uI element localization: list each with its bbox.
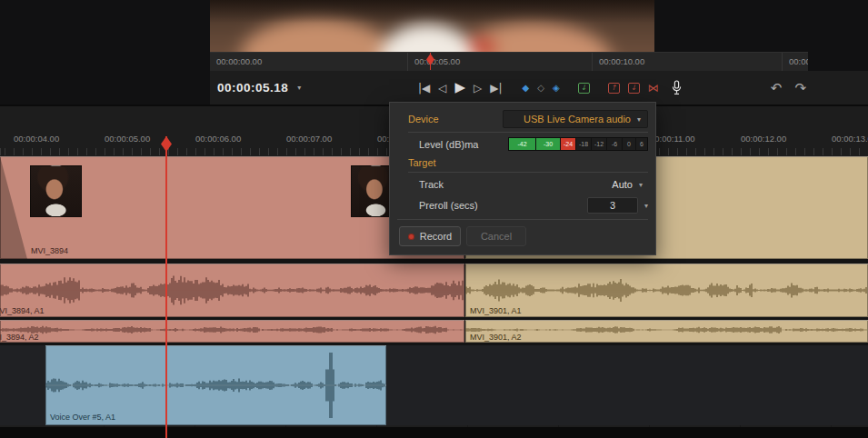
clip-label: MVI_3901, A1 bbox=[470, 306, 522, 315]
timeline-scrollbar-track[interactable] bbox=[0, 427, 868, 438]
popup-divider bbox=[408, 172, 648, 173]
meter-tick: -24 bbox=[561, 138, 576, 150]
chevron-down-icon: ▾ bbox=[637, 115, 641, 124]
keyframe-prev-icon[interactable]: ◆ bbox=[523, 84, 530, 93]
ruler-label: 00:00:06.00 bbox=[195, 134, 241, 144]
track-label: Track bbox=[419, 179, 444, 190]
close-up-icon[interactable]: ⋈ bbox=[648, 82, 659, 95]
step-back-button[interactable]: ◁ bbox=[438, 83, 446, 94]
meter-tick: -6 bbox=[607, 138, 623, 150]
meter-tick: 6 bbox=[636, 138, 647, 150]
step-forward-button[interactable]: ▷ bbox=[474, 83, 482, 94]
meter-tick: -30 bbox=[536, 138, 561, 150]
audio-clip-mvi3901-a1[interactable]: MVI_3901, A1 bbox=[465, 264, 868, 317]
device-dropdown[interactable]: USB Live Camera audio ▾ bbox=[503, 110, 648, 128]
popup-divider bbox=[408, 132, 648, 133]
redo-button[interactable]: ↷ bbox=[794, 80, 806, 96]
viewer-ruler-label: 00:00:05.00 bbox=[407, 53, 592, 72]
skip-end-button[interactable]: ▶| bbox=[490, 83, 502, 94]
ruler-label: 00:00:11.00 bbox=[650, 134, 694, 144]
meter-tick: -18 bbox=[576, 138, 592, 150]
voiceover-record-popup: Device USB Live Camera audio ▾ Level (dB… bbox=[389, 102, 656, 255]
audio-waveform bbox=[0, 264, 464, 317]
ruler-label: 00:00:12.00 bbox=[741, 134, 786, 144]
chevron-down-icon: ▾ bbox=[639, 181, 643, 189]
track-dropdown-value: Auto bbox=[612, 179, 633, 190]
down-arrow-glyph: ↓ bbox=[631, 85, 637, 92]
record-dot-icon bbox=[408, 234, 414, 240]
viewer-vignette bbox=[210, 0, 654, 52]
record-button-label: Record bbox=[420, 231, 452, 242]
ruler-label: 00:00:13.00 bbox=[832, 134, 868, 144]
audio-clip-mvi3901-a2[interactable]: MVI_3901, A2 bbox=[465, 320, 868, 343]
chevron-down-icon[interactable]: ▾ bbox=[297, 84, 301, 92]
place-on-top-icon[interactable]: ↑ bbox=[608, 83, 620, 94]
clip-label: MVI_3894, A2 bbox=[0, 333, 39, 342]
viewer-ruler-label: 00:00:1 bbox=[782, 53, 808, 72]
preroll-value-box[interactable]: 3 bbox=[587, 197, 638, 214]
voiceover-clip[interactable]: Voice Over #5, A1 bbox=[45, 345, 386, 425]
device-section-label: Device bbox=[408, 114, 439, 124]
clip-label: MVI_3894 bbox=[31, 246, 68, 255]
clip-label: MVI_3894, A1 bbox=[0, 306, 45, 315]
clip-trim-edge bbox=[0, 156, 27, 259]
app-root: 00:00:00.00 00:00:05.00 00:00:10.00 00:0… bbox=[0, 0, 868, 438]
ruler-label: 00:00:05.00 bbox=[105, 134, 150, 144]
device-dropdown-value: USB Live Camera audio bbox=[524, 114, 631, 124]
keyframe-add-icon[interactable]: ◇ bbox=[537, 84, 544, 93]
viewer-preview bbox=[210, 0, 654, 52]
meter-tick: -42 bbox=[509, 138, 536, 150]
timecode-value: 00:00:05.18 bbox=[217, 81, 288, 95]
viewer-ruler-label: 00:00:00.00 bbox=[210, 53, 407, 72]
voiceover-mic-button[interactable] bbox=[671, 80, 683, 95]
append-clip-icon[interactable]: ↓ bbox=[578, 83, 590, 94]
playhead-bottom-extension bbox=[165, 427, 167, 438]
clip-thumbnail bbox=[30, 165, 82, 217]
viewer-ruler-label: 00:00:10.00 bbox=[592, 53, 782, 72]
left-blank-panel bbox=[0, 0, 210, 105]
viewer-timeline-ruler[interactable]: 00:00:00.00 00:00:05.00 00:00:10.00 00:0… bbox=[210, 52, 808, 73]
timecode-display[interactable]: 00:00:05.18 ▾ bbox=[217, 71, 301, 105]
cancel-button-label: Cancel bbox=[481, 231, 512, 242]
right-blank-panel bbox=[654, 0, 868, 52]
audio-waveform bbox=[0, 323, 464, 337]
keyframe-next-icon[interactable]: ◈ bbox=[553, 84, 560, 93]
undo-button[interactable]: ↶ bbox=[771, 80, 783, 96]
cancel-button[interactable]: Cancel bbox=[466, 226, 526, 246]
target-section-label: Target bbox=[408, 157, 436, 168]
preroll-label: Preroll (secs) bbox=[419, 200, 478, 211]
level-label: Level (dB)ma bbox=[419, 139, 478, 150]
clip-label: MVI_3901, A2 bbox=[470, 333, 522, 342]
audio-clip-mvi3894-a2[interactable]: MVI_3894, A2 bbox=[0, 320, 464, 343]
audio-waveform bbox=[465, 264, 868, 317]
clip-label: Voice Over #5, A1 bbox=[50, 413, 115, 422]
transport-bar: 00:00:05.18 ▾ |◀ ◁ ▶ ▷ ▶| ◆ ◇ ◈ ↓ ↑ ↓ ⋈ bbox=[210, 71, 868, 105]
skip-start-button[interactable]: |◀ bbox=[418, 83, 430, 94]
meter-tick: 0 bbox=[623, 138, 636, 150]
ripple-overwrite-icon[interactable]: ↓ bbox=[628, 83, 640, 94]
audio-clip-mvi3894-a1[interactable]: MVI_3894, A1 bbox=[0, 264, 464, 317]
audio-level-meter: -42 -30 -24 -18 -12 -6 0 6 bbox=[508, 137, 648, 151]
play-button[interactable]: ▶ bbox=[455, 81, 466, 95]
record-button[interactable]: Record bbox=[399, 226, 461, 246]
up-arrow-glyph: ↑ bbox=[611, 85, 617, 92]
chevron-down-icon[interactable]: ▾ bbox=[644, 202, 648, 210]
preroll-control[interactable]: 3 ▾ bbox=[587, 197, 648, 214]
mic-icon bbox=[671, 80, 683, 95]
append-arrow-glyph: ↓ bbox=[581, 85, 587, 92]
ruler-label: 00:00:04.00 bbox=[14, 134, 59, 144]
track-dropdown[interactable]: Auto ▾ bbox=[612, 177, 643, 192]
popup-divider bbox=[397, 219, 648, 220]
audio-waveform bbox=[465, 323, 868, 337]
timeline-playhead-line bbox=[165, 136, 167, 438]
ruler-label: 00:00:07.00 bbox=[286, 134, 332, 144]
meter-tick: -12 bbox=[592, 138, 607, 150]
